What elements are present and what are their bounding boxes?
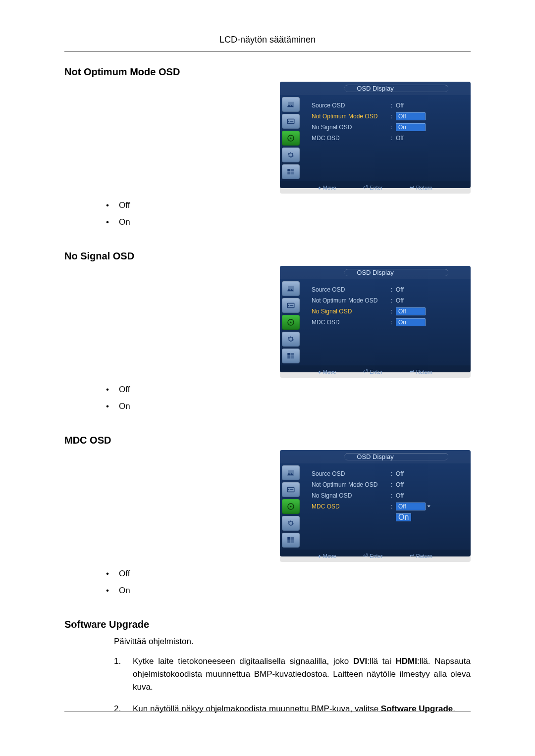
osd-tab-picture[interactable] (282, 97, 300, 112)
osd-content: Source OSD:OffNot Optimum Mode OSD:OffNo… (302, 95, 471, 181)
bullet-on: On (119, 398, 471, 415)
osd-tab-osd-display[interactable] (282, 315, 300, 330)
disc-icon (286, 134, 295, 143)
heading-software-upgrade: Software Upgrade (64, 619, 471, 630)
osd-row-source[interactable]: Source OSD:Off (312, 284, 466, 295)
osd-content: Source OSD:OffNot Optimum Mode OSD:OffNo… (302, 463, 471, 550)
osd-tab-osd-display[interactable] (282, 499, 300, 514)
osd-body: Source OSD:OffNot Optimum Mode OSD:OffNo… (280, 95, 471, 181)
osd-title: OSD Display (280, 450, 471, 463)
osd-sidebar (280, 279, 302, 365)
multi-icon (286, 352, 295, 360)
input-icon (286, 117, 295, 126)
svg-rect-4 (291, 169, 294, 171)
gear-icon (286, 519, 295, 528)
bullet-list-no-signal: Off On (64, 376, 471, 425)
osd-footer: ♦Move⏎Enter↩Return (280, 550, 471, 562)
osd-block-not-optimum: OSD DisplaySource OSD:OffNot Optimum Mod… (64, 82, 471, 188)
svg-rect-5 (287, 172, 290, 174)
picture-icon (286, 100, 295, 109)
svg-rect-3 (287, 169, 290, 171)
picture-icon (286, 468, 295, 477)
osd-hint-enter: ⏎Enter (363, 368, 382, 375)
osd-row-mdc[interactable]: MDC OSD:Off (312, 501, 466, 512)
svg-point-16 (290, 506, 292, 507)
osd-panel: OSD DisplaySource OSD:OffNot Optimum Mod… (280, 82, 471, 188)
osd-body: Source OSD:OffNot Optimum Mode OSD:OffNo… (280, 463, 471, 550)
osd-footer: ♦Move⏎Enter↩Return (280, 181, 471, 194)
osd-label: No Signal OSD (312, 492, 391, 499)
disc-icon (286, 318, 295, 327)
updown-icon: ♦ (318, 553, 321, 559)
updown-icon: ♦ (318, 185, 321, 191)
bullet-on: On (119, 214, 471, 231)
osd-tab-osd-display[interactable] (282, 131, 300, 146)
svg-rect-11 (291, 353, 294, 355)
osd-tab-setup[interactable] (282, 148, 300, 162)
osd-tab-picture[interactable] (282, 465, 300, 480)
osd-value[interactable]: On (396, 513, 411, 521)
osd-row-not_optimum[interactable]: Not Optimum Mode OSD:Off (312, 479, 466, 490)
osd-label: MDC OSD (312, 135, 391, 142)
osd-sidebar (280, 95, 302, 181)
osd-dropdown-option[interactable]: On (396, 513, 466, 522)
svg-point-2 (290, 138, 292, 139)
osd-hint-move: ♦Move (318, 369, 336, 375)
page-header: LCD-näytön säätäminen (64, 0, 471, 51)
osd-row-mdc[interactable]: MDC OSD:Off (312, 133, 466, 144)
osd-value[interactable]: Off (396, 503, 426, 510)
osd-tab-input[interactable] (282, 114, 300, 129)
osd-row-source[interactable]: Source OSD:Off (312, 100, 466, 111)
svg-rect-12 (287, 356, 290, 358)
osd-value[interactable]: Off (396, 102, 426, 109)
input-icon (286, 485, 295, 494)
osd-title: OSD Display (280, 82, 471, 95)
osd-tab-multi[interactable] (282, 349, 300, 363)
osd-value[interactable]: Off (396, 470, 426, 477)
osd-value[interactable]: Off (396, 492, 426, 499)
osd-tab-picture[interactable] (282, 281, 300, 296)
enter-icon: ⏎ (363, 553, 368, 559)
disc-icon (286, 502, 295, 511)
osd-block-mdc: OSD DisplaySource OSD:OffNot Optimum Mod… (64, 450, 471, 556)
osd-row-no_signal[interactable]: No Signal OSD:Off (312, 306, 466, 317)
osd-hint-enter: ⏎Enter (363, 184, 382, 191)
heading-mdc: MDC OSD (64, 435, 471, 446)
osd-tab-input[interactable] (282, 482, 300, 497)
osd-row-mdc[interactable]: MDC OSD:On (312, 317, 466, 328)
osd-value[interactable]: On (396, 318, 426, 326)
osd-panel: OSD DisplaySource OSD:OffNot Optimum Mod… (280, 450, 471, 556)
enter-icon: ⏎ (363, 184, 368, 191)
osd-value[interactable]: On (396, 123, 426, 131)
return-icon: ↩ (410, 553, 414, 559)
osd-tab-setup[interactable] (282, 516, 300, 531)
software-step-1: Kytke laite tietokoneeseen digitaalisell… (114, 655, 471, 694)
osd-tab-multi[interactable] (282, 164, 300, 179)
osd-value[interactable]: Off (396, 112, 426, 120)
osd-label: Not Optimum Mode OSD (312, 297, 391, 304)
input-icon (286, 301, 295, 310)
osd-row-source[interactable]: Source OSD:Off (312, 468, 466, 479)
svg-rect-17 (287, 537, 290, 540)
osd-body: Source OSD:OffNot Optimum Mode OSD:OffNo… (280, 279, 471, 365)
return-icon: ↩ (410, 184, 414, 191)
osd-value[interactable]: Off (396, 297, 426, 304)
osd-row-not_optimum[interactable]: Not Optimum Mode OSD:Off (312, 111, 466, 122)
osd-value[interactable]: Off (396, 135, 426, 142)
bullet-off: Off (119, 197, 471, 214)
osd-value[interactable]: Off (396, 286, 426, 293)
svg-rect-10 (287, 353, 290, 355)
bullet-off: Off (119, 381, 471, 398)
osd-row-no_signal[interactable]: No Signal OSD:On (312, 122, 466, 133)
osd-label: Source OSD (312, 102, 391, 109)
software-intro: Päivittää ohjelmiston. (64, 635, 471, 648)
osd-tab-multi[interactable] (282, 533, 300, 548)
osd-value[interactable]: Off (396, 307, 426, 315)
osd-tab-setup[interactable] (282, 332, 300, 347)
osd-row-not_optimum[interactable]: Not Optimum Mode OSD:Off (312, 295, 466, 306)
osd-value[interactable]: Off (396, 481, 426, 488)
osd-tab-input[interactable] (282, 298, 300, 313)
software-steps: Kytke laite tietokoneeseen digitaalisell… (64, 655, 471, 715)
picture-icon (286, 284, 295, 293)
osd-row-no_signal[interactable]: No Signal OSD:Off (312, 490, 466, 501)
